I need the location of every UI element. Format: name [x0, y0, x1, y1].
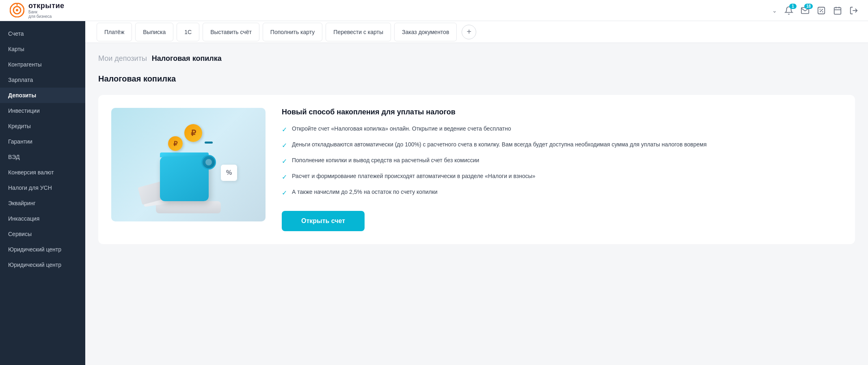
sidebar-item-accounts[interactable]: Счета [0, 26, 85, 41]
header-actions: ⌄ 1 18 [772, 6, 858, 15]
check-icon-4: ✓ [282, 172, 287, 182]
svg-point-6 [820, 9, 820, 9]
svg-point-2 [16, 9, 18, 11]
product-illustration: % ₽ ₽ [111, 108, 266, 221]
breadcrumb: Мои депозиты Налоговая копилка [98, 54, 855, 63]
logo-main-text: открытие [28, 2, 65, 10]
calendar-button[interactable] [833, 6, 842, 15]
open-account-button[interactable]: Открыть счет [282, 211, 365, 231]
feature-item-5: ✓ А также начислим до 2,5% на остаток по… [282, 188, 842, 198]
tab-1c[interactable]: 1С [177, 23, 199, 41]
safe-slot [205, 142, 213, 144]
safe-handle [201, 155, 216, 170]
breadcrumb-parent[interactable]: Мои депозиты [98, 54, 147, 63]
tab-transfer[interactable]: Перевести с карты [326, 23, 391, 41]
product-card: % ₽ ₽ Новый способ накопления для уплаты… [98, 95, 855, 244]
logo-sub-text: Банкдля бизнеса [28, 10, 65, 19]
logo: открытие Банкдля бизнеса [10, 2, 65, 19]
tab-payment[interactable]: Платёж [97, 23, 132, 41]
sidebar-item-legal2[interactable]: Юридический центр [0, 257, 85, 273]
check-icon-3: ✓ [282, 157, 287, 166]
svg-point-7 [823, 11, 823, 12]
sidebar-item-taxes[interactable]: Налоги для УСН [0, 180, 85, 195]
percent-tag: % [221, 165, 237, 181]
logout-button[interactable] [849, 6, 858, 15]
header: открытие Банкдля бизнеса ⌄ 1 18 [0, 0, 868, 21]
svg-rect-8 [834, 7, 841, 14]
safe-handle-inner [205, 159, 212, 165]
sidebar-item-collection[interactable]: Инкассация [0, 211, 85, 226]
check-icon-1: ✓ [282, 125, 287, 135]
tab-statement[interactable]: Выписка [135, 23, 173, 41]
content-area: Мои депозиты Налоговая копилка Налоговая… [85, 43, 868, 256]
sidebar-item-acquiring[interactable]: Эквайринг [0, 195, 85, 211]
chevron-down-icon[interactable]: ⌄ [772, 7, 777, 14]
feature-text-3: Пополнение копилки и вывод средств на ра… [292, 156, 479, 165]
email-badge: 18 [804, 4, 813, 9]
product-info: Новый способ накопления для уплаты налог… [282, 108, 842, 231]
page-title: Налоговая копилка [98, 74, 855, 84]
check-icon-2: ✓ [282, 141, 287, 150]
feature-item-1: ✓ Откройте счет «Налоговая копилка» онла… [282, 125, 842, 135]
safe-scene: % ₽ ₽ [136, 116, 241, 213]
coin-small: ₽ [168, 136, 183, 151]
layout: Счета Карты Контрагенты Зарплата Депозит… [0, 21, 868, 365]
sidebar-item-investments[interactable]: Инвестиции [0, 103, 85, 118]
logo-text: открытие Банкдля бизнеса [28, 2, 65, 19]
feature-text-5: А также начислим до 2,5% на остаток по с… [292, 188, 438, 196]
percent-button[interactable] [817, 6, 826, 15]
feature-list: ✓ Откройте счет «Налоговая копилка» онла… [282, 125, 842, 198]
feature-text-1: Откройте счет «Налоговая копилка» онлайн… [292, 125, 511, 133]
sidebar-item-deposits[interactable]: Депозиты [0, 88, 85, 103]
sidebar-item-credits[interactable]: Кредиты [0, 118, 85, 134]
feature-text-4: Расчет и формирование платежей происходя… [292, 172, 535, 180]
plus-icon: + [467, 27, 472, 36]
sidebar: Счета Карты Контрагенты Зарплата Депозит… [0, 21, 85, 365]
tab-top-up[interactable]: Пополнить карту [263, 23, 323, 41]
tab-documents[interactable]: Заказ документов [394, 23, 457, 41]
sidebar-item-cards[interactable]: Карты [0, 41, 85, 57]
check-icon-5: ✓ [282, 188, 287, 198]
sidebar-item-ved[interactable]: ВЭД [0, 149, 85, 165]
top-nav: Платёж Выписка 1С Выставить счёт Пополни… [85, 21, 868, 43]
product-info-title: Новый способ накопления для уплаты налог… [282, 108, 842, 116]
breadcrumb-current: Налоговая копилка [152, 54, 222, 63]
coin-large: ₽ [184, 124, 202, 142]
sidebar-item-salary[interactable]: Зарплата [0, 72, 85, 88]
tab-invoice[interactable]: Выставить счёт [203, 23, 259, 41]
logo-icon [10, 3, 24, 17]
feature-item-4: ✓ Расчет и формирование платежей происхо… [282, 172, 842, 182]
main-content: Платёж Выписка 1С Выставить счёт Пополни… [85, 21, 868, 365]
safe-body [160, 157, 209, 201]
feature-text-2: Деньги откладываются автоматически (до 1… [292, 140, 707, 149]
email-button[interactable]: 18 [801, 6, 810, 15]
feature-item-3: ✓ Пополнение копилки и вывод средств на … [282, 156, 842, 166]
sidebar-item-guarantees[interactable]: Гарантии [0, 134, 85, 149]
sidebar-item-currency[interactable]: Конверсия валют [0, 165, 85, 180]
notification-badge: 1 [789, 4, 797, 9]
notifications-button[interactable]: 1 [784, 6, 793, 15]
sidebar-item-legal1[interactable]: Юридический центр [0, 242, 85, 257]
feature-item-2: ✓ Деньги откладываются автоматически (до… [282, 140, 842, 150]
sidebar-item-contractors[interactable]: Контрагенты [0, 57, 85, 72]
sidebar-item-services[interactable]: Сервисы [0, 226, 85, 242]
add-tab-button[interactable]: + [462, 25, 476, 39]
